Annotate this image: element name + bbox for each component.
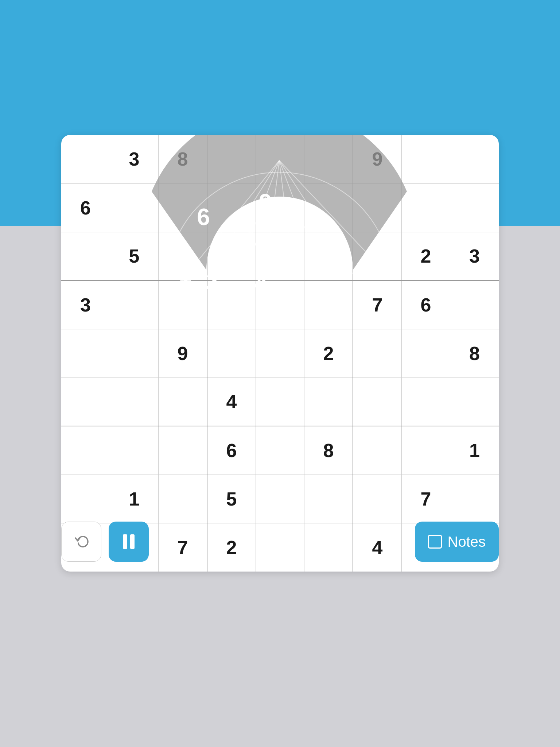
cell-4-5[interactable]: 2 — [304, 329, 353, 378]
cell-2-6[interactable] — [353, 232, 401, 280]
cell-3-8[interactable] — [450, 280, 499, 329]
cell-2-3[interactable] — [207, 232, 256, 280]
cell-2-0[interactable] — [61, 232, 110, 280]
cell-0-8[interactable] — [450, 135, 499, 183]
cell-7-8[interactable] — [450, 475, 499, 523]
cell-7-0[interactable] — [61, 475, 110, 523]
cell-4-7[interactable] — [401, 329, 450, 378]
sudoku-board: 3 8 9 6 5 — [61, 135, 499, 572]
cell-5-7[interactable] — [401, 378, 450, 426]
notes-button[interactable]: Notes — [415, 522, 499, 562]
cell-1-3[interactable] — [207, 183, 256, 232]
cell-4-0[interactable] — [61, 329, 110, 378]
cell-3-5[interactable] — [304, 280, 353, 329]
undo-button[interactable] — [61, 522, 101, 562]
cell-7-4[interactable] — [256, 475, 304, 523]
cell-4-3[interactable] — [207, 329, 256, 378]
cell-0-4[interactable] — [256, 135, 304, 183]
cell-0-0[interactable] — [61, 135, 110, 183]
cell-6-2[interactable] — [159, 426, 207, 475]
cell-3-4[interactable] — [256, 280, 304, 329]
table-row: 6 — [61, 183, 499, 232]
cell-5-0[interactable] — [61, 378, 110, 426]
pause-button[interactable] — [109, 522, 149, 562]
cell-5-5[interactable] — [304, 378, 353, 426]
cell-5-3[interactable]: 4 — [207, 378, 256, 426]
cell-3-2[interactable] — [159, 280, 207, 329]
notes-label: Notes — [448, 534, 486, 550]
table-row: 4 — [61, 378, 499, 426]
cell-2-4[interactable] — [256, 232, 304, 280]
cell-1-1[interactable] — [110, 183, 158, 232]
cell-7-7[interactable]: 7 — [401, 475, 450, 523]
cell-0-7[interactable] — [401, 135, 450, 183]
cell-3-3[interactable] — [207, 280, 256, 329]
cell-3-7[interactable]: 6 — [401, 280, 450, 329]
table-row: 3 7 6 — [61, 280, 499, 329]
cell-2-5[interactable] — [304, 232, 353, 280]
cell-1-0[interactable]: 6 — [61, 183, 110, 232]
cell-5-6[interactable] — [353, 378, 401, 426]
cell-1-5[interactable] — [304, 183, 353, 232]
table-row: 9 2 8 — [61, 329, 499, 378]
cell-1-2[interactable] — [159, 183, 207, 232]
cell-7-3[interactable]: 5 — [207, 475, 256, 523]
pause-icon — [123, 534, 135, 549]
table-row: 5 2 3 — [61, 232, 499, 280]
undo-icon — [73, 533, 90, 550]
cell-0-3[interactable] — [207, 135, 256, 183]
cell-7-2[interactable] — [159, 475, 207, 523]
controls: Notes — [61, 522, 499, 562]
table-row: 3 8 9 — [61, 135, 499, 183]
cell-0-1[interactable]: 3 — [110, 135, 158, 183]
cell-2-1[interactable]: 5 — [110, 232, 158, 280]
cell-1-7[interactable] — [401, 183, 450, 232]
cell-6-7[interactable] — [401, 426, 450, 475]
cell-7-5[interactable] — [304, 475, 353, 523]
cell-5-1[interactable] — [110, 378, 158, 426]
cell-6-3[interactable]: 6 — [207, 426, 256, 475]
cell-2-8[interactable]: 3 — [450, 232, 499, 280]
cell-7-1[interactable]: 1 — [110, 475, 158, 523]
cell-4-1[interactable] — [110, 329, 158, 378]
cell-6-8[interactable]: 1 — [450, 426, 499, 475]
cell-2-2[interactable] — [159, 232, 207, 280]
cell-0-5[interactable] — [304, 135, 353, 183]
cell-4-4[interactable] — [256, 329, 304, 378]
cell-6-1[interactable] — [110, 426, 158, 475]
cell-4-8[interactable]: 8 — [450, 329, 499, 378]
cell-1-8[interactable] — [450, 183, 499, 232]
cell-1-4[interactable] — [256, 183, 304, 232]
cell-6-5[interactable]: 8 — [304, 426, 353, 475]
cell-6-6[interactable] — [353, 426, 401, 475]
table-row: 1 5 7 — [61, 475, 499, 523]
cell-4-6[interactable] — [353, 329, 401, 378]
cell-7-6[interactable] — [353, 475, 401, 523]
cell-3-6[interactable]: 7 — [353, 280, 401, 329]
controls-left — [61, 522, 149, 562]
cell-0-2[interactable]: 8 — [159, 135, 207, 183]
cell-3-0[interactable]: 3 — [61, 280, 110, 329]
cell-5-4[interactable] — [256, 378, 304, 426]
cell-1-6[interactable] — [353, 183, 401, 232]
sudoku-grid: 3 8 9 6 5 — [61, 135, 499, 572]
cell-0-6[interactable]: 9 — [353, 135, 401, 183]
cell-5-2[interactable] — [159, 378, 207, 426]
cell-3-1[interactable] — [110, 280, 158, 329]
cell-6-4[interactable] — [256, 426, 304, 475]
cell-2-7[interactable]: 2 — [401, 232, 450, 280]
cell-4-2[interactable]: 9 — [159, 329, 207, 378]
notes-checkbox-icon — [428, 535, 442, 549]
cell-6-0[interactable] — [61, 426, 110, 475]
cell-5-8[interactable] — [450, 378, 499, 426]
table-row: 6 8 1 — [61, 426, 499, 475]
